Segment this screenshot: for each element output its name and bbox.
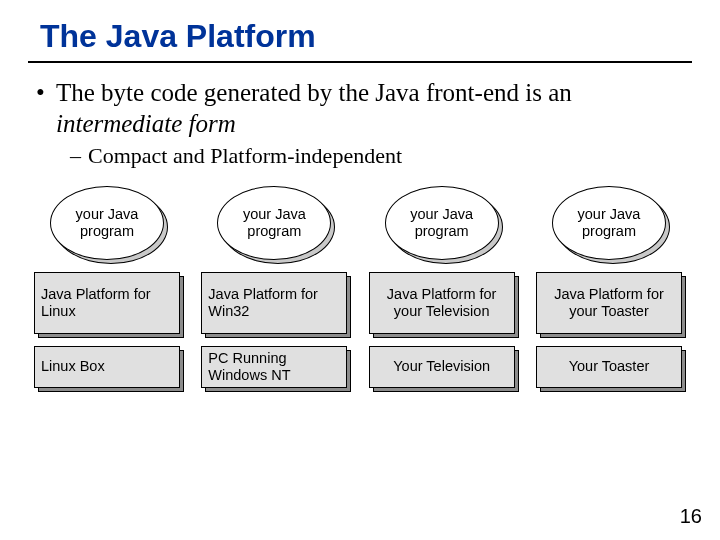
hardware-box-label: Your Television xyxy=(376,358,508,375)
platform-box: Java Platform for Win32 xyxy=(201,272,347,334)
program-oval-wrap: your Java program xyxy=(50,186,168,264)
diagram-col-1: your Java program Java Platform for Win3… xyxy=(201,186,351,400)
hardware-box-wrap: Your Toaster xyxy=(536,346,686,392)
platform-box-label: Java Platform for Linux xyxy=(41,286,173,321)
platform-box-wrap: Java Platform for your Toaster xyxy=(536,272,686,338)
diagram-col-2: your Java program Java Platform for your… xyxy=(369,186,519,400)
platform-box: Java Platform for Linux xyxy=(34,272,180,334)
program-oval: your Java program xyxy=(385,186,499,260)
title-underline xyxy=(28,61,692,63)
bullet-level2: – Compact and Platform-independent xyxy=(70,142,688,171)
platform-box-wrap: Java Platform for your Television xyxy=(369,272,519,338)
hardware-box: Your Television xyxy=(369,346,515,388)
platform-box: Java Platform for your Toaster xyxy=(536,272,682,334)
program-oval-label: your Java program xyxy=(224,206,324,239)
platform-diagram: your Java program Java Platform for Linu… xyxy=(28,186,692,400)
bullet1-ital: intermediate form xyxy=(56,110,236,137)
bullet-level1: • The byte code generated by the Java fr… xyxy=(36,77,688,140)
platform-box-label: Java Platform for Win32 xyxy=(208,286,340,321)
program-oval: your Java program xyxy=(50,186,164,260)
slide-title: The Java Platform xyxy=(40,18,692,55)
diagram-col-3: your Java program Java Platform for your… xyxy=(536,186,686,400)
program-oval-wrap: your Java program xyxy=(385,186,503,264)
hardware-box-wrap: Linux Box xyxy=(34,346,184,392)
hardware-box: Your Toaster xyxy=(536,346,682,388)
hardware-box: Linux Box xyxy=(34,346,180,388)
slide: The Java Platform • The byte code genera… xyxy=(0,0,720,540)
program-oval-wrap: your Java program xyxy=(552,186,670,264)
program-oval: your Java program xyxy=(552,186,666,260)
bullet-dash-icon: – xyxy=(70,142,88,171)
program-oval-label: your Java program xyxy=(392,206,492,239)
program-oval: your Java program xyxy=(217,186,331,260)
bullet-dot-icon: • xyxy=(36,77,56,140)
platform-box-wrap: Java Platform for Linux xyxy=(34,272,184,338)
hardware-box-wrap: PC Running Windows NT xyxy=(201,346,351,392)
bullet1-text: The byte code generated by the Java fron… xyxy=(56,77,688,140)
page-number: 16 xyxy=(680,505,702,528)
hardware-box-label: PC Running Windows NT xyxy=(208,350,340,385)
program-oval-wrap: your Java program xyxy=(217,186,335,264)
bullet-list: • The byte code generated by the Java fr… xyxy=(28,77,692,170)
hardware-box-label: Your Toaster xyxy=(543,358,675,375)
hardware-box: PC Running Windows NT xyxy=(201,346,347,388)
hardware-box-label: Linux Box xyxy=(41,358,173,375)
platform-box-wrap: Java Platform for Win32 xyxy=(201,272,351,338)
bullet2-text: Compact and Platform-independent xyxy=(88,142,402,171)
platform-box: Java Platform for your Television xyxy=(369,272,515,334)
diagram-col-0: your Java program Java Platform for Linu… xyxy=(34,186,184,400)
platform-box-label: Java Platform for your Toaster xyxy=(543,286,675,321)
program-oval-label: your Java program xyxy=(57,206,157,239)
program-oval-label: your Java program xyxy=(559,206,659,239)
hardware-box-wrap: Your Television xyxy=(369,346,519,392)
bullet1-pre: The byte code generated by the Java fron… xyxy=(56,79,572,106)
platform-box-label: Java Platform for your Television xyxy=(376,286,508,321)
